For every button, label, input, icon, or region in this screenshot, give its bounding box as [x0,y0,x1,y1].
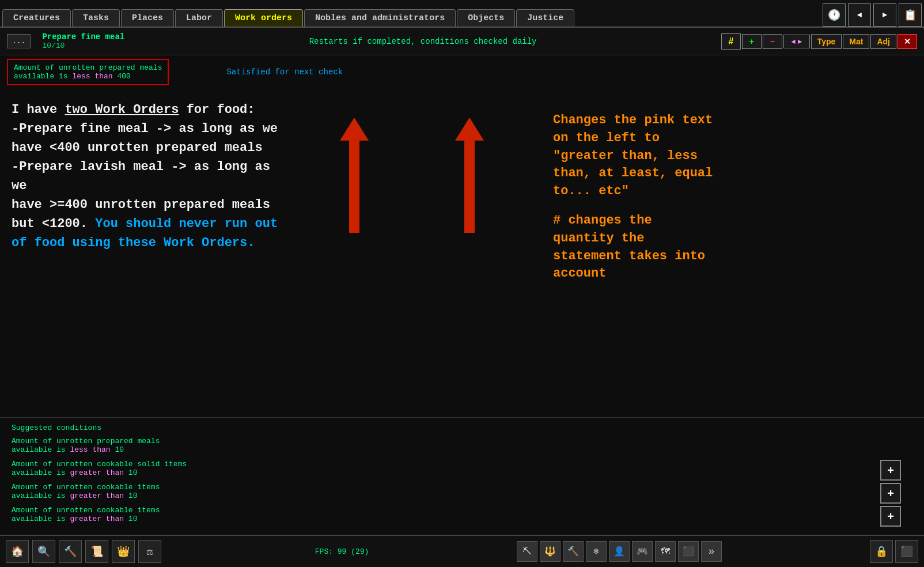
suggested-item-1-line2: available is less than 10 [12,445,912,454]
suggested-item-2-line1: Amount of unrotten cookable solid items [12,460,912,468]
condition-text-line2: available is less than 400 [14,72,162,81]
tab-labor[interactable]: Labor [175,9,223,27]
tab-objects[interactable]: Objects [457,9,515,27]
suggested-item-3: Amount of unrotten cookable items availa… [12,483,912,500]
status-icon-chevrons[interactable]: » [701,541,722,562]
plus-button[interactable]: + [742,34,762,49]
suggested-item-2: Amount of unrotten cookable solid items … [12,460,912,477]
main-content: ... Prepare fine meal 10/10 Restarts if … [0,28,924,535]
condition-text-line1: Amount of unrotten prepared meals [14,63,162,72]
status-icon-map[interactable]: 🗺 [655,541,676,562]
add-condition-3-button[interactable]: + [880,483,901,504]
status-icon-lock[interactable]: 🔒 [870,540,893,563]
tab-tasks[interactable]: Tasks [72,9,120,27]
right-panel: Changes the pink text on the left to "gr… [300,94,924,411]
type-button[interactable]: Type [811,34,842,49]
adj-button[interactable]: Adj [870,34,896,49]
clock-button[interactable]: 🕐 [823,3,846,27]
suggested-item-3-line1: Amount of unrotten cookable items [12,483,912,492]
condition-row: Amount of unrotten prepared meals availa… [0,55,924,89]
toolbar: # + − ◄► Type Mat Adj ✕ [721,33,917,50]
order-icon: ... [7,34,31,48]
status-right: 🔒 ⬛ [870,540,918,563]
suggested-section: Suggested conditions Amount of unrotten … [0,417,924,535]
status-icon-scale[interactable]: ⚖ [138,540,161,563]
add-condition-4-button[interactable]: + [880,506,901,527]
status-icon-hammer[interactable]: 🔨 [59,540,82,563]
nav-left-button[interactable]: ◄ [848,3,871,27]
status-icon-home[interactable]: 🏠 [6,540,29,563]
restart-text: Restarts if completed, conditions checke… [136,37,710,46]
status-icon-block[interactable]: ⬛ [895,540,918,563]
status-icon-crown[interactable]: 👑 [112,540,135,563]
status-bar: 🏠 🔍 🔨 📜 👑 ⚖ FPS: 99 (29) ⛏ 🔱 🔨 ❄ 👤 🎮 🗺 ⬛… [0,535,924,567]
hash-button[interactable]: # [721,33,741,50]
status-icon-game[interactable]: 🎮 [632,541,653,562]
status-icon-person[interactable]: 👤 [609,541,630,562]
fps-text: FPS: 99 (29) [315,547,369,556]
status-icon-pickaxe[interactable]: ⛏ [517,541,537,562]
tab-places[interactable]: Places [121,9,174,27]
suggested-item-4-line2: available is greater than 10 [12,515,912,523]
nav-bar: Creatures Tasks Places Labor Work orders… [0,0,924,28]
status-left: 🏠 🔍 🔨 📜 👑 ⚖ [6,540,161,563]
suggested-wrapper: Suggested conditions Amount of unrotten … [12,424,912,523]
arrows-container: Changes the pink text on the left to "gr… [323,112,901,283]
status-center: ⛏ 🔱 🔨 ❄ 👤 🎮 🗺 ⬛ » [517,541,722,562]
suggested-item-4: Amount of unrotten cookable items availa… [12,506,912,523]
tab-justice[interactable]: Justice [516,9,574,27]
status-icon-grid[interactable]: ⬛ [678,541,699,562]
add-condition-2-button[interactable]: + [880,460,901,481]
satisfied-text: Satisfied for next check [226,67,343,77]
annotation-hash-text: # changes the quantity the statement tak… [553,212,714,283]
tab-creatures[interactable]: Creatures [2,9,71,27]
suggested-item-1-line1: Amount of unrotten prepared meals [12,437,912,445]
mat-button[interactable]: Mat [843,34,869,49]
suggested-item-3-line2: available is greater than 10 [12,492,912,500]
suggested-item-4-line1: Amount of unrotten cookable items [12,506,912,515]
order-name: Prepare fine meal [42,32,124,41]
status-icon-scroll[interactable]: 📜 [85,540,108,563]
explanation-text: I have two Work Orders for food: -Prepar… [12,100,288,252]
tab-work-orders[interactable]: Work orders [224,9,303,27]
arrow-hash [340,118,369,233]
arrow-type [455,118,484,233]
arrows-button[interactable]: ◄► [783,35,810,48]
left-panel: I have two Work Orders for food: -Prepar… [0,94,300,411]
annotation-type-text: Changes the pink text on the left to "gr… [553,112,714,201]
body-area: I have two Work Orders for food: -Prepar… [0,89,924,417]
header-row: ... Prepare fine meal 10/10 Restarts if … [0,28,924,55]
order-count: 10/10 [42,41,124,50]
status-icon-snowflake[interactable]: ❄ [586,541,607,562]
status-icon-search[interactable]: 🔍 [32,540,55,563]
minus-button[interactable]: − [763,34,782,49]
nav-right-button[interactable]: ► [873,3,896,27]
status-icon-tool[interactable]: 🔨 [563,541,584,562]
suggested-item-2-line2: available is greater than 10 [12,468,912,477]
tab-nobles[interactable]: Nobles and administrators [304,9,456,27]
condition-box: Amount of unrotten prepared meals availa… [7,59,169,85]
suggested-item-1: Amount of unrotten prepared meals availa… [12,437,912,454]
status-icon-trident[interactable]: 🔱 [540,541,561,562]
note-button[interactable]: 📋 [899,3,922,27]
close-button[interactable]: ✕ [898,34,917,49]
suggested-title: Suggested conditions [12,424,912,432]
